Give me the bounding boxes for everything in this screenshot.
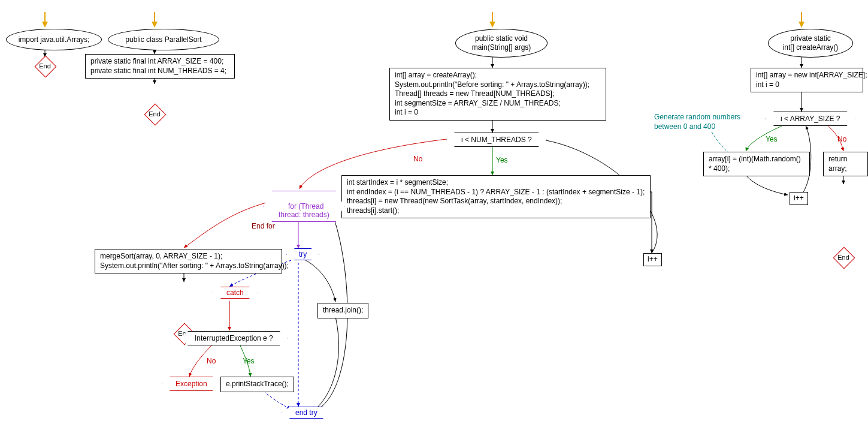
entry-arrow-stem — [492, 12, 493, 22]
main-cond-node: i < NUM_THREADS ? — [446, 133, 547, 147]
for-each-text: for (Thread thread: threads) — [279, 202, 329, 219]
edge-label-no: No — [207, 357, 216, 365]
exception-node: Exception — [162, 377, 221, 391]
for-each-node: for (Thread thread: threads) — [264, 191, 344, 222]
end-try-node: end try — [282, 407, 331, 419]
end-label: End — [833, 246, 854, 268]
end-try-text: end try — [295, 408, 317, 417]
after-for-node: mergeSort(array, 0, ARRAY_SIZE - 1); Sys… — [95, 249, 282, 273]
end-label: End — [34, 55, 56, 77]
edge-label-yes: Yes — [496, 156, 508, 164]
end-node-import: End — [34, 55, 56, 77]
createarray-cond-node: i < ARRAY_SIZE ? — [766, 112, 855, 126]
exception-text: Exception — [176, 380, 207, 388]
end-node-class: End — [144, 103, 165, 125]
entry-arrow-head — [42, 22, 48, 28]
entry-arrow-head — [152, 22, 158, 28]
entry-arrow-stem — [154, 12, 155, 22]
class-decl-text: public class ParallelSort — [125, 35, 201, 44]
end-node-createarray: End — [833, 246, 854, 268]
entry-arrow-head — [799, 22, 805, 28]
main-signature-node: public static void main(String[] args) — [455, 29, 548, 58]
end-label: End — [144, 103, 165, 125]
edge-label-yes: Yes — [243, 357, 255, 365]
edge-label-no: No — [837, 135, 846, 143]
edge-label-yes: Yes — [766, 135, 778, 143]
catch-cond-node: InterruptedException e ? — [180, 331, 288, 345]
catch-text: catch — [226, 288, 244, 297]
catch-cond-text: InterruptedException e ? — [195, 334, 273, 342]
import-text: import java.util.Arrays; — [19, 35, 90, 44]
catch-body-node: e.printStackTrace(); — [220, 377, 294, 392]
createarray-comment: Generate random numbers between 0 and 40… — [654, 113, 740, 131]
createarray-body-node: array[i] = (int)(Math.random() * 400); — [703, 152, 810, 176]
class-fields-node: private static final int ARRAY_SIZE = 40… — [85, 54, 235, 79]
try-node: try — [286, 248, 319, 260]
class-decl-node: public class ParallelSort — [108, 29, 219, 50]
createarray-signature-text: private static int[] createArray() — [783, 34, 839, 52]
main-loop-body-node: int startIndex = i * segmentSize; int en… — [341, 175, 651, 218]
main-incr-node: i++ — [643, 253, 662, 266]
createarray-signature-node: private static int[] createArray() — [768, 29, 853, 58]
createarray-incr-node: i++ — [790, 192, 808, 205]
edge-label-no: No — [413, 155, 422, 163]
catch-node: catch — [213, 287, 258, 299]
createarray-cond-text: i < ARRAY_SIZE ? — [781, 115, 840, 123]
entry-arrow-stem — [44, 12, 46, 22]
createarray-init-node: int[] array = new int[ARRAY_SIZE]; int i… — [751, 68, 863, 92]
import-node: import java.util.Arrays; — [6, 29, 102, 50]
main-cond-text: i < NUM_THREADS ? — [461, 136, 532, 144]
entry-arrow-stem — [801, 12, 802, 22]
entry-arrow-head — [489, 22, 495, 28]
main-signature-text: public static void main(String[] args) — [472, 34, 531, 52]
try-text: try — [299, 250, 307, 258]
main-init-node: int[] array = createArray(); System.out.… — [389, 68, 606, 121]
edge-label-endfor: End for — [252, 222, 275, 230]
createarray-return-node: return array; — [823, 152, 868, 176]
thread-join-node: thread.join(); — [317, 303, 368, 318]
